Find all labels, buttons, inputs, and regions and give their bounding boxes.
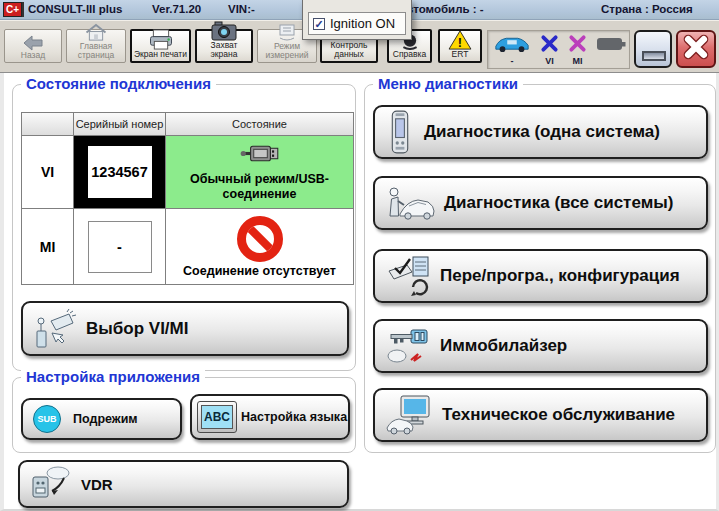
svg-text:!: ! [458, 35, 462, 50]
usb-icon [239, 142, 281, 169]
main-content: Состояние подключения Серийный номер Сос… [0, 73, 719, 511]
mi-status-indicator: MI [568, 34, 587, 66]
home-icon [84, 23, 108, 42]
diagnostic-menu-section-title: Меню диагностики [373, 75, 523, 92]
printer-icon [148, 29, 174, 50]
reprogramming-configuration-button[interactable]: Пере/програ., конфигурация [373, 249, 708, 303]
diagnosis-all-systems-label: Диагностика (все системы) [444, 193, 673, 213]
vi-row-label: VI [22, 136, 74, 209]
submode-button[interactable]: SUB Подрежим [21, 398, 182, 440]
app-title: CONSULT-III plus [28, 3, 122, 15]
warning-triangle-icon: ! [447, 30, 473, 50]
reprogramming-configuration-label: Пере/програ., конфигурация [440, 266, 680, 286]
vi-status-cell: Обычный режим/USB-соединение [166, 136, 353, 209]
mi-status-text: Соединение отсутствует [183, 264, 336, 278]
immobilizer-icon [385, 326, 431, 366]
car-icon [493, 34, 531, 57]
vin-label: VIN:- [228, 3, 255, 15]
minimize-button[interactable] [634, 30, 672, 68]
home-button[interactable]: Главная страница [66, 29, 126, 63]
ert-button[interactable]: ! ERT [438, 29, 482, 63]
vi-status-label: VI [545, 57, 554, 66]
sub-badge-icon: SUB [33, 405, 61, 433]
ignition-label: Ignition ON [330, 16, 395, 31]
diagnosis-one-system-label: Диагностика (одна система) [424, 122, 660, 142]
camera-icon [211, 21, 237, 41]
mi-row-label: MI [22, 209, 74, 284]
maintenance-button[interactable]: Техническое обслуживание [373, 388, 708, 442]
immobilizer-label: Иммобилайзер [440, 336, 567, 356]
home-label: Главная страница [68, 42, 124, 60]
mi-serial-value: - [88, 221, 152, 273]
vdr-button[interactable]: VDR [18, 460, 349, 508]
language-settings-label: Настройка языка [241, 410, 347, 424]
language-settings-button[interactable]: ABC Настройка языка [190, 394, 350, 440]
diagnostic-menu-panel: Меню диагностики Диагностика (одна систе… [364, 84, 716, 453]
back-arrow-icon [21, 35, 45, 51]
header-status: Состояние [166, 113, 353, 136]
single-system-icon [385, 110, 415, 154]
select-vi-mi-label: Выбор VI/MI [86, 319, 188, 339]
measurement-mode-label: Режим измерений [259, 42, 315, 60]
vehicle-status-label: - [511, 57, 514, 66]
app-settings-panel: Настройка приложения SUB Подрежим ABC На… [12, 377, 356, 453]
close-icon [683, 34, 709, 64]
mi-status-label: MI [573, 57, 583, 66]
vehicle-status-indicator: - [493, 34, 531, 66]
vi-serial-value: 1234567 [88, 146, 152, 198]
submode-label: Подрежим [73, 412, 138, 426]
abc-monitor-icon: ABC [197, 401, 237, 433]
back-button[interactable]: Назад [4, 29, 62, 63]
connection-section-title: Состояние подключения [21, 75, 216, 92]
country-label: Страна : Россия [601, 3, 693, 15]
header-serial: Серийный номер [74, 113, 166, 136]
app-version: Ver.71.20 [152, 3, 201, 15]
vi-status-text: Обычный режим/USB-соединение [174, 172, 345, 202]
data-control-label: Контроль данных [323, 41, 375, 59]
vdr-label: VDR [81, 476, 113, 493]
print-screen-label: Экран печати [134, 50, 187, 59]
back-label: Назад [21, 51, 45, 60]
maintenance-label: Техническое обслуживание [442, 405, 675, 425]
no-connection-icon [237, 216, 283, 262]
ert-label: ERT [452, 50, 469, 59]
diagnosis-all-systems-button[interactable]: Диагностика (все системы) [373, 176, 708, 230]
immobilizer-button[interactable]: Иммобилайзер [373, 319, 708, 373]
battery-icon [596, 36, 626, 56]
mi-serial-cell: - [74, 209, 166, 284]
vdr-icon [30, 465, 72, 503]
vi-mi-select-icon [33, 307, 77, 351]
connection-status-indicators: - VI MI [487, 30, 630, 69]
ignition-popup: ✓ Ignition ON [302, 0, 412, 40]
mi-status-cell: Соединение отсутствует [166, 209, 353, 284]
select-vi-mi-button[interactable]: Выбор VI/MI [21, 301, 349, 356]
ignition-row: ✓ Ignition ON [308, 12, 406, 35]
measure-icon [276, 24, 298, 42]
screen-capture-label: Захват экрана [198, 41, 250, 59]
connection-table: Серийный номер Состояние VI 1234567 Обыч… [21, 112, 354, 285]
app-settings-section-title: Настройка приложения [21, 368, 205, 385]
reprogram-icon [385, 255, 431, 297]
close-button[interactable] [676, 30, 716, 68]
minimize-icon [642, 51, 666, 61]
connection-status-panel: Состояние подключения Серийный номер Сос… [12, 84, 356, 371]
screen-capture-button[interactable]: Захват экрана [195, 29, 253, 63]
diagnosis-one-system-button[interactable]: Диагностика (одна система) [373, 105, 708, 159]
print-screen-button[interactable]: Экран печати [130, 29, 191, 63]
vi-serial-cell: 1234567 [74, 136, 166, 209]
header-empty [22, 113, 74, 136]
maintenance-icon [385, 394, 433, 436]
mi-x-icon [568, 34, 587, 57]
vi-x-icon [540, 34, 559, 57]
app-logo-icon: C+ [3, 2, 22, 17]
vi-status-indicator: VI [540, 34, 559, 66]
all-systems-icon [385, 183, 435, 223]
ignition-checkbox[interactable]: ✓ [313, 18, 325, 30]
help-label: Справка [393, 50, 426, 59]
